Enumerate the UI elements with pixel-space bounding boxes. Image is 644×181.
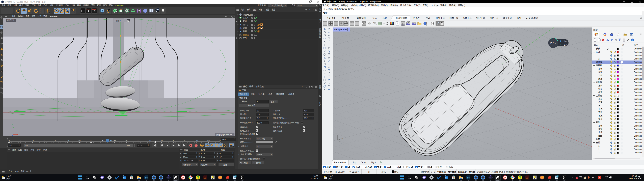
svg-text:15: 15	[43, 139, 45, 141]
svg-text:%: %	[554, 43, 556, 45]
svg-text:7: 7	[176, 176, 177, 177]
svg-text:K/s: K/s	[565, 44, 568, 46]
svg-text:40: 40	[102, 139, 104, 141]
svg-text:2: 2	[373, 21, 374, 23]
svg-text:K/s: K/s	[565, 41, 568, 42]
svg-text:P: P	[504, 176, 506, 179]
svg-text:70: 70	[172, 139, 174, 141]
svg-text:7: 7	[325, 1, 326, 2]
svg-text:0: 0	[8, 139, 10, 141]
svg-text:0: 0	[564, 44, 565, 46]
svg-text:Ai: Ai	[526, 177, 528, 179]
svg-text:X: X	[18, 134, 20, 136]
svg-text:P: P	[220, 144, 222, 146]
svg-text:27: 27	[550, 41, 554, 45]
svg-text:55: 55	[137, 139, 139, 141]
svg-text:S: S	[1, 65, 2, 66]
svg-text:75: 75	[184, 139, 186, 141]
svg-text:50: 50	[125, 139, 127, 141]
svg-text:0: 0	[564, 40, 565, 42]
svg-text:5: 5	[20, 139, 21, 141]
svg-text:60: 60	[149, 139, 151, 141]
svg-text:65: 65	[160, 139, 162, 141]
svg-text:30: 30	[78, 139, 80, 141]
svg-text:S: S	[1, 70, 2, 72]
svg-text:P: P	[182, 176, 184, 179]
svg-text:20: 20	[55, 139, 57, 141]
svg-text:25: 25	[67, 139, 69, 141]
svg-text:Z: Z	[66, 10, 68, 12]
svg-text:z: z	[336, 133, 338, 135]
svg-text:10: 10	[32, 139, 34, 141]
svg-text:45: 45	[114, 139, 116, 141]
svg-text:Y: Y	[12, 124, 13, 126]
svg-text:Ps: Ps	[467, 177, 470, 179]
svg-text:42: 42	[110, 139, 112, 141]
svg-text:y: y	[342, 137, 343, 139]
svg-text:80: 80	[196, 139, 198, 141]
svg-text:35: 35	[90, 139, 92, 141]
svg-text:7: 7	[498, 176, 499, 177]
svg-text:Ps: Ps	[145, 177, 148, 179]
svg-text:Y: Y	[61, 10, 63, 12]
svg-text:85: 85	[208, 139, 210, 141]
svg-text:S: S	[1, 59, 2, 61]
svg-text:?: ?	[632, 39, 633, 41]
svg-text:x: x	[341, 142, 342, 144]
svg-text:Ai: Ai	[204, 177, 206, 179]
svg-text:X: X	[56, 10, 57, 12]
